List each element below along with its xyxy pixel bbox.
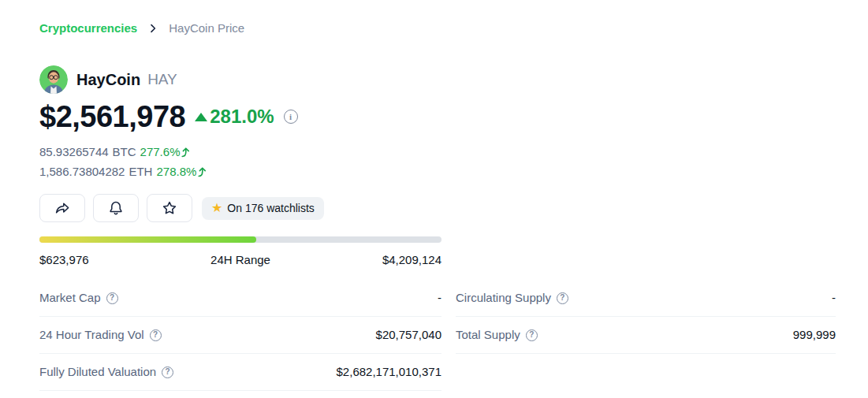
alert-button[interactable]	[93, 194, 139, 222]
stats-left-column: Market Cap ? - 24 Hour Trading Vol ? $20…	[39, 280, 441, 391]
stats-right-column: Circulating Supply ? - Total Supply ? 99…	[456, 280, 836, 354]
market-cap-value: -	[438, 291, 441, 305]
breadcrumb-current: HayCoin Price	[169, 21, 244, 35]
stat-row-fdv: Fully Diluted Valuation ? $2,682,171,010…	[39, 354, 441, 391]
watchlist-count-label: On 176 watchlists	[227, 202, 315, 214]
total-supply-value: 999,999	[793, 328, 836, 342]
coin-name: HayCoin	[76, 71, 140, 89]
eth-conversion: 1,586.73804282 ETH 278.8%	[39, 162, 868, 181]
fdv-label: Fully Diluted Valuation	[39, 365, 156, 379]
breadcrumb-cryptocurrencies-link[interactable]: Cryptocurrencies	[39, 21, 137, 35]
share-button[interactable]	[39, 194, 85, 222]
price-change-percent: 281.0%	[210, 106, 274, 128]
watchlist-count-badge: ★ On 176 watchlists	[202, 197, 324, 220]
coin-symbol: HAY	[147, 71, 177, 88]
fdv-value: $2,682,171,010,371	[337, 365, 441, 379]
coin-detail-page: Cryptocurrencies HayCoin Price HayCoin H…	[0, 0, 868, 391]
btc-amount: 85.93265744	[39, 142, 109, 162]
breadcrumb: Cryptocurrencies HayCoin Price	[39, 21, 868, 35]
range-fill	[39, 236, 256, 243]
star-icon	[162, 200, 177, 216]
trading-vol-label: 24 Hour Trading Vol	[39, 328, 144, 342]
chevron-right-icon	[147, 22, 159, 35]
star-filled-icon: ★	[211, 202, 222, 214]
help-icon[interactable]: ?	[557, 292, 568, 304]
arrow-up-icon	[197, 166, 207, 177]
price-row: $2,561,978 281.0% i	[39, 102, 868, 132]
help-icon[interactable]: ?	[150, 329, 162, 341]
range-section: $623,976 24H Range $4,209,124	[39, 236, 441, 267]
arrow-up-icon	[181, 146, 190, 158]
range-labels: $623,976 24H Range $4,209,124	[39, 253, 441, 267]
stat-row-circulating-supply: Circulating Supply ? -	[456, 280, 836, 317]
eth-unit: ETH	[129, 162, 152, 181]
range-label: 24H Range	[210, 253, 270, 267]
eth-change-percent: 278.8%	[156, 162, 196, 181]
coin-price: $2,561,978	[39, 102, 185, 132]
share-icon	[54, 200, 70, 216]
circulating-supply-value: -	[832, 291, 836, 305]
help-icon[interactable]: ?	[106, 292, 118, 304]
total-supply-label: Total Supply	[456, 328, 520, 342]
watchlist-button[interactable]	[147, 194, 192, 222]
action-buttons: ★ On 176 watchlists	[39, 194, 868, 222]
price-change: 281.0%	[195, 106, 274, 128]
stats-grid: Market Cap ? - 24 Hour Trading Vol ? $20…	[39, 280, 868, 391]
coin-header: HayCoin HAY	[39, 65, 868, 94]
coin-logo	[39, 65, 68, 94]
market-cap-label: Market Cap	[39, 291, 101, 305]
range-low-value: $623,976	[39, 253, 89, 267]
stat-row-total-supply: Total Supply ? 999,999	[456, 317, 836, 354]
help-icon[interactable]: ?	[162, 366, 173, 378]
btc-unit: BTC	[113, 142, 136, 162]
price-info-icon[interactable]: i	[284, 110, 298, 124]
btc-change-percent: 277.6%	[140, 142, 181, 162]
btc-conversion: 85.93265744 BTC 277.6%	[39, 142, 868, 162]
range-high-value: $4,209,124	[382, 253, 441, 267]
change-up-icon	[195, 113, 207, 121]
circulating-supply-label: Circulating Supply	[456, 291, 551, 305]
bell-icon	[108, 200, 124, 216]
help-icon[interactable]: ?	[526, 329, 538, 341]
trading-vol-value: $20,757,040	[376, 328, 441, 342]
eth-amount: 1,586.73804282	[39, 162, 125, 181]
price-conversions: 85.93265744 BTC 277.6% 1,586.73804282 ET…	[39, 142, 868, 181]
stat-row-trading-vol: 24 Hour Trading Vol ? $20,757,040	[39, 317, 441, 354]
range-slider-track	[39, 236, 441, 243]
stat-row-market-cap: Market Cap ? -	[39, 280, 441, 317]
